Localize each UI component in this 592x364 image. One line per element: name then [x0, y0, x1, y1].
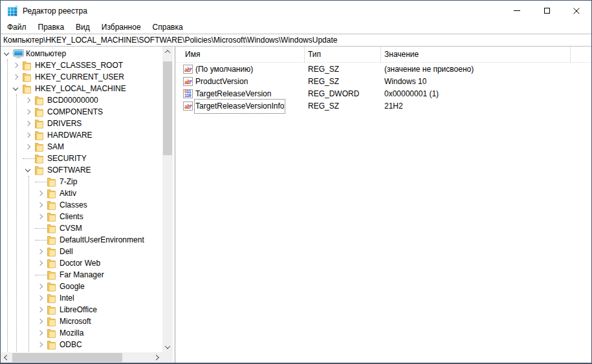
tree-item[interactable]: Mozilla — [1, 327, 162, 339]
tree-item[interactable]: SAM — [1, 141, 162, 153]
menu-view[interactable]: Вид — [70, 21, 96, 34]
expander-expanded-icon[interactable] — [4, 50, 9, 56]
tree-item[interactable]: Компьютер — [1, 48, 162, 59]
values-column-header: ИмяТипЗначение — [177, 47, 591, 63]
registry-value-row[interactable]: 011110TargetReleaseVersionREG_DWORD0x000… — [177, 88, 591, 100]
menu-help[interactable]: Справка — [147, 21, 189, 34]
value-name: TargetReleaseVersion — [195, 88, 271, 100]
tree-item-label: Dell — [60, 246, 73, 257]
maximize-button[interactable] — [532, 1, 562, 21]
folder-icon — [47, 247, 56, 257]
expander-collapsed-icon[interactable] — [38, 319, 43, 324]
expander-collapsed-icon[interactable] — [25, 109, 30, 114]
tree-item[interactable]: Clients — [1, 211, 162, 222]
expander-collapsed-icon[interactable] — [38, 307, 43, 312]
tree-item-label: LibreOffice — [60, 304, 97, 316]
expander-collapsed-icon[interactable] — [38, 342, 43, 347]
title-bar[interactable]: Редактор реестра — [1, 1, 591, 21]
folder-icon — [22, 72, 32, 82]
tree-item[interactable]: Microsoft — [1, 316, 162, 327]
folder-icon — [47, 212, 56, 222]
tree-item[interactable]: HARDWARE — [1, 129, 162, 141]
column-header-type[interactable]: Тип — [305, 47, 381, 63]
vertical-scroll-thumb[interactable] — [163, 61, 172, 155]
tree-item[interactable]: BCD00000000 — [1, 94, 162, 106]
expander-collapsed-icon[interactable] — [13, 74, 18, 80]
tree-item[interactable]: Doctor Web — [1, 257, 162, 269]
main-area: КомпьютерHKEY_CLASSES_ROOTHKEY_CURRENT_U… — [1, 47, 591, 363]
column-header-name[interactable]: Имя — [177, 47, 305, 63]
expander-collapsed-icon[interactable] — [25, 98, 30, 103]
expander-expanded-icon[interactable] — [13, 85, 18, 91]
expander-collapsed-icon[interactable] — [13, 63, 18, 68]
folder-icon — [22, 61, 32, 70]
expander-collapsed-icon[interactable] — [38, 261, 43, 266]
expander-expanded-icon[interactable] — [25, 167, 30, 172]
tree-item[interactable]: Dell — [1, 246, 162, 257]
folder-icon — [34, 166, 44, 175]
tree-item[interactable]: HKEY_CURRENT_USER — [1, 71, 162, 83]
tree-item[interactable]: DefaultUserEnvironment — [1, 234, 162, 246]
expander-collapsed-icon[interactable] — [25, 121, 30, 126]
value-data: 0x00000001 (1) — [384, 88, 439, 100]
tree-item-label: DefaultUserEnvironment — [60, 234, 144, 246]
close-icon — [573, 8, 580, 14]
tree-item[interactable]: Aktiv — [1, 187, 162, 199]
folder-icon — [47, 317, 56, 327]
folder-icon — [47, 189, 56, 198]
menu-favorites[interactable]: Избранное — [96, 21, 147, 34]
tree-item[interactable]: LibreOffice — [1, 304, 162, 316]
scroll-up-button[interactable] — [162, 47, 173, 57]
expander-collapsed-icon[interactable] — [38, 214, 43, 219]
scroll-down-button[interactable] — [162, 342, 173, 352]
expander-collapsed-icon[interactable] — [38, 284, 43, 289]
address-text: Компьютер\HKEY_LOCAL_MACHINE\SOFTWARE\Po… — [3, 36, 337, 45]
tree-item-label: ODBC — [60, 339, 82, 350]
address-bar[interactable]: Компьютер\HKEY_LOCAL_MACHINE\SOFTWARE\Po… — [1, 34, 591, 47]
registry-value-row[interactable]: ab”TargetReleaseVersionInfoREG_SZ21H2 — [177, 100, 591, 112]
menu-edit[interactable]: Правка — [32, 21, 71, 34]
tree-horizontal-scrollbar[interactable] — [1, 352, 162, 363]
close-button[interactable] — [562, 1, 591, 21]
tree-item[interactable]: CVSM — [1, 222, 162, 234]
tree-item[interactable]: SOFTWARE — [1, 164, 162, 176]
minimize-button[interactable] — [502, 1, 532, 21]
scroll-right-button[interactable] — [152, 352, 162, 363]
folder-icon — [47, 259, 56, 268]
tree-vertical-scrollbar[interactable] — [162, 47, 173, 352]
tree-item[interactable]: Classes — [1, 199, 162, 211]
tree-item[interactable]: ODBC — [1, 339, 162, 350]
tree-guide-stub — [35, 182, 47, 182]
tree-item[interactable]: Google — [1, 281, 162, 292]
tree-item[interactable]: HKEY_CLASSES_ROOT — [1, 59, 162, 71]
tree-guide-stub — [35, 240, 47, 241]
registry-value-row[interactable]: ab”(По умолчанию)REG_SZ(значение не прис… — [177, 63, 591, 76]
tree-item[interactable]: 7-Zip — [1, 176, 162, 187]
expander-collapsed-icon[interactable] — [25, 133, 30, 138]
value-name: (По умолчанию) — [195, 63, 253, 76]
tree-item[interactable]: SECURITY — [1, 153, 162, 164]
horizontal-scroll-thumb[interactable] — [12, 353, 122, 362]
tree-item[interactable]: Intel — [1, 292, 162, 304]
registry-value-row[interactable]: ab”ProductVersionREG_SZWindows 10 — [177, 76, 591, 88]
expander-collapsed-icon[interactable] — [38, 330, 43, 336]
tree-item[interactable]: Far Manager — [1, 269, 162, 281]
scroll-left-button[interactable] — [1, 352, 11, 363]
tree-guide-stub — [35, 228, 47, 229]
tree-item-label: SAM — [47, 141, 64, 153]
expander-collapsed-icon[interactable] — [38, 249, 43, 254]
column-header-value[interactable]: Значение — [381, 47, 571, 63]
tree-item-label: Компьютер — [26, 48, 66, 59]
tree-item-label: CVSM — [60, 222, 82, 234]
expander-collapsed-icon[interactable] — [38, 202, 43, 208]
menu-file[interactable]: Файл — [1, 21, 32, 34]
tree-item[interactable]: COMPONENTS — [1, 106, 162, 118]
tree-item-label: HKEY_LOCAL_MACHINE — [35, 83, 126, 94]
expander-collapsed-icon[interactable] — [38, 191, 43, 196]
expander-collapsed-icon[interactable] — [25, 144, 30, 149]
tree-item[interactable]: DRIVERS — [1, 118, 162, 129]
folder-icon — [47, 200, 56, 210]
regedit-app-icon — [7, 5, 18, 16]
tree-item[interactable]: HKEY_LOCAL_MACHINE — [1, 83, 162, 94]
expander-collapsed-icon[interactable] — [38, 295, 43, 301]
